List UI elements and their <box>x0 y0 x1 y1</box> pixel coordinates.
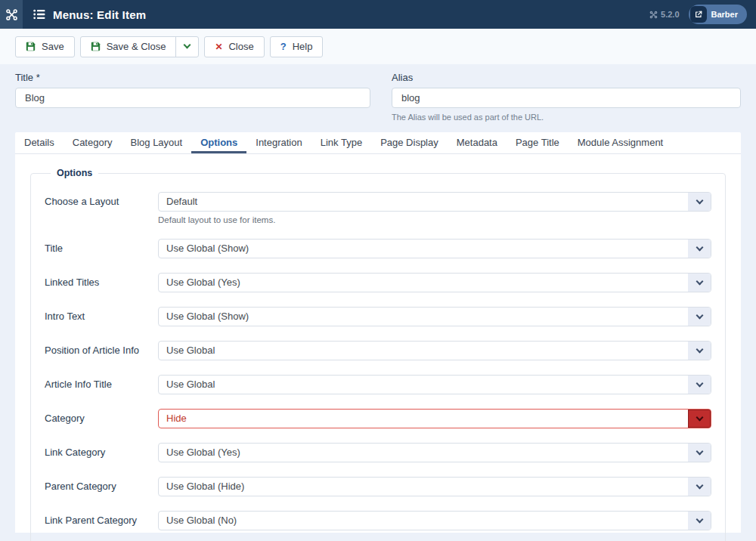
chevron-down-icon <box>688 308 711 326</box>
alias-field-label: Alias <box>392 72 741 83</box>
select-value: Use Global (Show) <box>159 240 688 258</box>
link-category-select[interactable]: Use Global (Yes) <box>158 443 711 462</box>
category-select[interactable]: Hide <box>158 409 711 428</box>
title-alias-form: Title * Alias The Alias will be used as … <box>0 64 756 122</box>
option-label: Category <box>45 409 158 428</box>
joomla-logo[interactable] <box>0 0 23 29</box>
tab-options[interactable]: Options <box>191 132 246 153</box>
alias-input[interactable] <box>392 88 741 108</box>
save-and-close-split-button: Save & Close <box>80 36 200 57</box>
link-parent-category-select[interactable]: Use Global (No) <box>158 511 711 530</box>
option-row-position-article-info: Position of Article Info Use Global <box>45 341 711 360</box>
save-and-close-button[interactable]: Save & Close <box>81 37 176 57</box>
title-input[interactable] <box>15 88 370 108</box>
alias-help-text: The Alias will be used as part of the UR… <box>392 113 741 122</box>
help-icon: ? <box>280 41 287 52</box>
option-label: Link Parent Category <box>45 511 158 530</box>
chevron-down-icon <box>184 42 191 49</box>
chevron-down-icon <box>688 193 711 211</box>
option-label: Link Category <box>45 443 158 462</box>
edit-item-card: Details Category Blog Layout Options Int… <box>15 132 741 533</box>
user-menu-button[interactable]: Barber <box>689 5 747 24</box>
select-value: Use Global <box>159 376 688 394</box>
chevron-down-icon <box>688 274 711 292</box>
option-label: Article Info Title <box>45 375 158 394</box>
save-button-label: Save <box>42 41 64 52</box>
tab-bar: Details Category Blog Layout Options Int… <box>15 132 741 154</box>
user-name-label: Barber <box>711 10 738 19</box>
tab-link-type[interactable]: Link Type <box>311 132 371 153</box>
close-button[interactable]: ✕ Close <box>204 36 264 57</box>
select-value: Use Global (No) <box>159 512 688 530</box>
tab-blog-layout[interactable]: Blog Layout <box>122 132 192 153</box>
option-row-linked-titles: Linked Titles Use Global (Yes) <box>45 273 711 292</box>
title-field-label: Title * <box>15 72 370 83</box>
tab-page-display[interactable]: Page Display <box>371 132 448 153</box>
choose-layout-select[interactable]: Default <box>158 192 711 212</box>
chevron-down-icon <box>688 512 711 530</box>
chevron-down-icon <box>688 342 711 360</box>
page-title: Menus: Edit Item <box>53 8 146 21</box>
save-button[interactable]: Save <box>15 36 75 57</box>
tab-category[interactable]: Category <box>64 132 122 153</box>
chevron-down-icon <box>688 478 711 496</box>
chevron-down-icon <box>688 240 711 258</box>
option-row-article-info-title: Article Info Title Use Global <box>45 375 711 394</box>
option-label: Intro Text <box>45 307 158 326</box>
save-and-close-label: Save & Close <box>107 41 166 52</box>
save-options-dropdown-toggle[interactable] <box>175 37 198 57</box>
option-label: Position of Article Info <box>45 341 158 360</box>
title-select[interactable]: Use Global (Show) <box>158 239 711 258</box>
chevron-down-icon <box>688 376 711 394</box>
help-button-label: Help <box>293 41 313 52</box>
option-help-text: Default layout to use for items. <box>158 215 711 224</box>
close-icon: ✕ <box>215 42 222 52</box>
option-row-link-category: Link Category Use Global (Yes) <box>45 443 711 462</box>
position-article-info-select[interactable]: Use Global <box>158 341 711 360</box>
version-label: 5.2.0 <box>661 10 679 19</box>
close-button-label: Close <box>228 41 253 52</box>
toolbar: Save Save & Close ✕ Close ? Help <box>0 29 756 64</box>
intro-text-select[interactable]: Use Global (Show) <box>158 307 711 326</box>
option-row-intro-text: Intro Text Use Global (Show) <box>45 307 711 326</box>
select-value: Default <box>159 193 688 211</box>
article-info-title-select[interactable]: Use Global <box>158 375 711 394</box>
option-label: Linked Titles <box>45 273 158 292</box>
options-fieldset: Options Choose a Layout Default Default … <box>30 168 726 541</box>
tab-integration[interactable]: Integration <box>246 132 311 153</box>
option-row-link-parent-category: Link Parent Category Use Global (No) <box>45 511 711 530</box>
help-button[interactable]: ? Help <box>270 36 324 57</box>
option-label: Choose a Layout <box>45 192 158 224</box>
select-value: Hide <box>159 410 688 428</box>
options-panel: Options Choose a Layout Default Default … <box>15 154 741 541</box>
app-header: Menus: Edit Item 5.2.0 <box>0 0 756 29</box>
list-icon <box>33 9 45 20</box>
joomla-version-icon <box>649 11 658 19</box>
options-legend: Options <box>51 168 98 178</box>
select-value: Use Global (Show) <box>159 308 688 326</box>
tab-page-title[interactable]: Page Title <box>507 132 569 153</box>
option-row-title: Title Use Global (Show) <box>45 239 711 258</box>
tab-metadata[interactable]: Metadata <box>448 132 507 153</box>
linked-titles-select[interactable]: Use Global (Yes) <box>158 273 711 292</box>
joomla-logo-icon <box>5 8 18 21</box>
save-icon <box>26 42 36 51</box>
chevron-down-icon <box>688 410 711 428</box>
option-row-choose-layout: Choose a Layout Default Default layout t… <box>45 192 711 224</box>
save-icon <box>91 42 101 51</box>
external-link-icon <box>690 6 707 23</box>
select-value: Use Global (Yes) <box>159 274 688 292</box>
option-row-parent-category: Parent Category Use Global (Hide) <box>45 477 711 496</box>
option-label: Parent Category <box>45 477 158 496</box>
option-row-category: Category Hide <box>45 409 711 428</box>
chevron-down-icon <box>688 444 711 462</box>
parent-category-select[interactable]: Use Global (Hide) <box>158 477 711 496</box>
select-value: Use Global (Hide) <box>159 478 688 496</box>
tab-details[interactable]: Details <box>15 132 64 153</box>
select-value: Use Global (Yes) <box>159 444 688 462</box>
option-label: Title <box>45 239 158 258</box>
select-value: Use Global <box>159 342 688 360</box>
tab-module-assignment[interactable]: Module Assignment <box>569 132 672 153</box>
version-indicator: 5.2.0 <box>649 10 679 19</box>
